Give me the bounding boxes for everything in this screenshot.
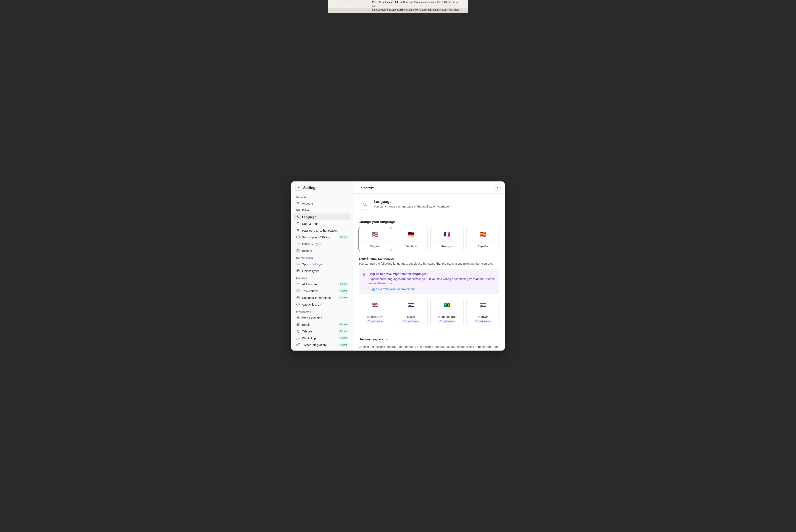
active-badge: Active: [338, 282, 348, 286]
svg-rect-7: [297, 270, 299, 272]
active-badge: Active: [338, 336, 348, 340]
nav-label: Subscription & Billing: [302, 235, 330, 239]
decimal-heading: Decimal separator: [359, 338, 499, 341]
experimental-badge: Experimental: [366, 320, 384, 323]
sidebar-item-password[interactable]: Password & Authentication: [293, 227, 351, 234]
sidebar-item-twitter[interactable]: Twitter Integration Active: [293, 341, 351, 348]
lang-card-dutch[interactable]: 🇳🇱 Dutch Experimental: [395, 298, 428, 326]
svg-rect-4: [297, 230, 299, 232]
sidebar-item-space-settings[interactable]: Space Settings: [293, 261, 351, 267]
settings-main: Language Language You can change the lan…: [354, 182, 505, 350]
gear-icon: [295, 185, 301, 191]
sidebar-item-api[interactable]: Capacities API: [293, 301, 351, 308]
sidebar-item-telegram[interactable]: Telegram Active: [293, 328, 351, 335]
flask-icon: [362, 272, 366, 291]
lang-card-deutsch[interactable]: 🇩🇪 Deutsch: [395, 227, 428, 251]
nav-label: Twitter Integration: [302, 343, 326, 346]
lang-card-english[interactable]: 🇺🇸 English: [359, 227, 392, 251]
active-badge: Active: [338, 323, 348, 326]
flag-icon: 🇧🇷: [431, 298, 463, 312]
experimental-badge: Experimental: [438, 320, 456, 323]
lang-card-portugues-br[interactable]: 🇧🇷 Português (BR) Experimental: [431, 298, 464, 326]
settings-modal: Settings General Account Editor Language…: [291, 182, 505, 350]
flag-icon: 🇳🇱: [395, 298, 428, 312]
sidebar-item-backup[interactable]: Backup: [293, 247, 351, 254]
suggest-translation-link[interactable]: Suggest a translation improvement: [368, 287, 415, 291]
section-integrations-label: Integrations: [293, 308, 351, 314]
send-icon: [296, 329, 300, 333]
sidebar-item-subscription[interactable]: Subscription & Billing Active: [293, 234, 351, 241]
active-badge: Active: [338, 343, 348, 346]
experimental-callout: Help us improve experimental languages E…: [359, 269, 499, 294]
user-icon: [296, 202, 300, 205]
nav-label: Telegram: [302, 330, 315, 333]
experimental-heading: Experimental Languages: [359, 257, 499, 260]
svg-rect-6: [297, 263, 299, 265]
lang-name: English (UK): [367, 315, 383, 318]
close-button[interactable]: [494, 184, 501, 191]
svg-point-0: [298, 187, 299, 188]
sidebar-item-ai[interactable]: AI Assistant Active: [293, 281, 351, 287]
flag-icon: 🇪🇸: [467, 227, 499, 242]
main-header-title: Language: [359, 186, 374, 189]
sidebar-item-task-actions[interactable]: Task actions Active: [293, 287, 351, 294]
experimental-desc: You can use the following languages, but…: [359, 262, 499, 266]
mail-icon: [296, 323, 300, 326]
settings-sidebar: Settings General Account Editor Language…: [291, 182, 354, 350]
lang-name: English: [370, 245, 380, 248]
flag-icon: 🇭🇺: [467, 298, 499, 312]
active-badge: Active: [338, 296, 348, 300]
credit-card-icon: [296, 235, 300, 239]
nav-label: Date & Time: [302, 222, 319, 225]
sidebar-item-calendar[interactable]: Calendar Integrations Active: [293, 294, 351, 301]
sidebar-item-email[interactable]: Email Active: [293, 321, 351, 328]
decimal-desc: Choose the decimal separator for numbers…: [359, 345, 499, 350]
experimental-badge: Experimental: [474, 320, 492, 323]
sidebar-item-account[interactable]: Account: [293, 200, 351, 207]
sidebar-title: Settings: [303, 186, 317, 190]
svg-rect-5: [297, 236, 299, 238]
lang-card-francais[interactable]: 🇫🇷 Français: [431, 227, 464, 251]
monitor-icon: [296, 262, 300, 266]
svg-rect-9: [297, 297, 299, 299]
flag-icon: 🇺🇸: [359, 227, 392, 242]
sidebar-item-whatsapp[interactable]: WhatsApp Active: [293, 335, 351, 341]
lang-name: Dutch: [407, 315, 415, 318]
sidebar-item-editor[interactable]: Editor: [293, 207, 351, 213]
sparkle-icon: [296, 282, 300, 286]
svg-rect-8: [297, 290, 299, 292]
clock-icon: [296, 222, 300, 225]
language-hero: Language You can change the language of …: [359, 198, 499, 215]
nav-label: Calendar Integrations: [302, 296, 330, 300]
sidebar-item-web-extension[interactable]: Web Extension: [293, 314, 351, 321]
calendar-icon: [296, 296, 300, 300]
flag-icon: 🇩🇪: [395, 227, 428, 242]
sidebar-item-datetime[interactable]: Date & Time: [293, 220, 351, 227]
lang-name: Português (BR): [437, 315, 457, 318]
hero-title: Language: [374, 200, 450, 204]
sidebar-item-object-types[interactable]: Object Types: [293, 267, 351, 274]
change-language-heading: Change your language: [359, 220, 499, 224]
backdrop-document: 18 (1886), S. 1-6. Zwei Jahre später wur…: [0, 0, 796, 8]
lang-card-english-uk[interactable]: 🇬🇧 English (UK) Experimental: [359, 298, 392, 326]
callout-title: Help us improve experimental languages: [368, 272, 496, 276]
save-icon: [296, 249, 300, 252]
lang-card-espanol[interactable]: 🇪🇸 Español: [467, 227, 500, 251]
nav-label: AI Assistant: [302, 283, 318, 286]
code-icon: [296, 303, 300, 306]
whatsapp-icon: [296, 336, 300, 340]
nav-label: Language: [302, 215, 316, 218]
sidebar-header: Settings: [291, 182, 353, 193]
nav-label: Editor: [302, 209, 310, 212]
check-square-icon: [296, 289, 300, 293]
lang-name: Français: [441, 245, 453, 248]
sidebar-item-language[interactable]: Language: [293, 213, 351, 220]
main-header: Language: [354, 182, 505, 194]
lang-name: Deutsch: [405, 245, 417, 248]
flag-icon: 🇬🇧: [359, 298, 392, 312]
sidebar-item-offline[interactable]: Offline & Sync: [293, 241, 351, 247]
nav-label: Backup: [302, 249, 312, 252]
globe-icon: [296, 316, 300, 320]
lang-card-magyar[interactable]: 🇭🇺 Magyar Experimental: [467, 298, 500, 326]
close-icon: [496, 186, 499, 189]
